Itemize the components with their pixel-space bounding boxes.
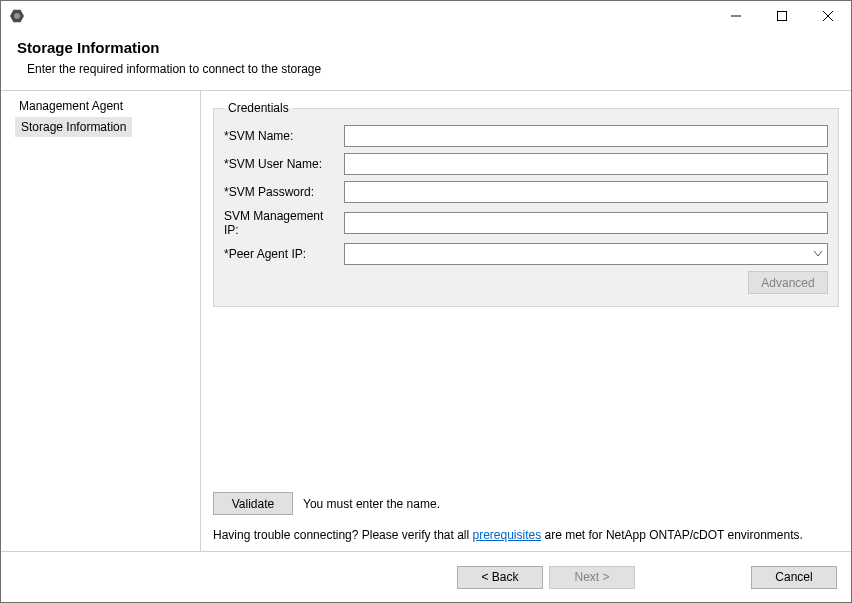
titlebar [1, 1, 851, 31]
row-svm-name: *SVM Name: [224, 125, 828, 147]
cancel-button[interactable]: Cancel [751, 566, 837, 589]
label-svm-password: *SVM Password: [224, 185, 344, 199]
help-suffix: are met for NetApp ONTAP/cDOT environmen… [541, 528, 803, 542]
window-controls [713, 1, 851, 31]
close-button[interactable] [805, 1, 851, 31]
credentials-legend: Credentials [224, 101, 293, 115]
label-svm-name: *SVM Name: [224, 129, 344, 143]
content: Management Agent Storage Information Cre… [1, 90, 851, 552]
help-text: Having trouble connecting? Please verify… [213, 527, 839, 543]
validate-message: You must enter the name. [303, 497, 440, 511]
validate-button[interactable]: Validate [213, 492, 293, 515]
next-button[interactable]: Next > [549, 566, 635, 589]
credentials-group: Credentials *SVM Name: *SVM User Name: *… [213, 101, 839, 307]
label-mgmt-ip: SVM Management IP: [224, 209, 344, 237]
header: Storage Information Enter the required i… [1, 31, 851, 90]
prerequisites-link[interactable]: prerequisites [472, 528, 541, 542]
svm-name-input[interactable] [344, 125, 828, 147]
main-panel: Credentials *SVM Name: *SVM User Name: *… [201, 91, 851, 551]
page-subtitle: Enter the required information to connec… [17, 62, 835, 76]
help-prefix: Having trouble connecting? Please verify… [213, 528, 472, 542]
peer-agent-dropdown[interactable] [344, 243, 828, 265]
svg-rect-1 [778, 12, 787, 21]
app-icon [9, 8, 25, 24]
label-peer-agent: *Peer Agent IP: [224, 247, 344, 261]
sidebar-item-management-agent[interactable]: Management Agent [1, 95, 200, 117]
row-svm-user: *SVM User Name: [224, 153, 828, 175]
page-title: Storage Information [17, 39, 835, 56]
maximize-button[interactable] [759, 1, 805, 31]
minimize-button[interactable] [713, 1, 759, 31]
wizard-window: Storage Information Enter the required i… [0, 0, 852, 603]
mgmt-ip-input[interactable] [344, 212, 828, 234]
validate-area: Validate You must enter the name. Having… [213, 482, 839, 543]
sidebar: Management Agent Storage Information [1, 91, 201, 551]
svm-user-input[interactable] [344, 153, 828, 175]
label-svm-user: *SVM User Name: [224, 157, 344, 171]
svm-password-input[interactable] [344, 181, 828, 203]
footer: < Back Next > Cancel [1, 552, 851, 602]
advanced-button[interactable]: Advanced [748, 271, 828, 294]
back-button[interactable]: < Back [457, 566, 543, 589]
row-svm-password: *SVM Password: [224, 181, 828, 203]
sidebar-item-storage-information[interactable]: Storage Information [15, 117, 132, 137]
row-mgmt-ip: SVM Management IP: [224, 209, 828, 237]
row-peer-agent: *Peer Agent IP: [224, 243, 828, 265]
